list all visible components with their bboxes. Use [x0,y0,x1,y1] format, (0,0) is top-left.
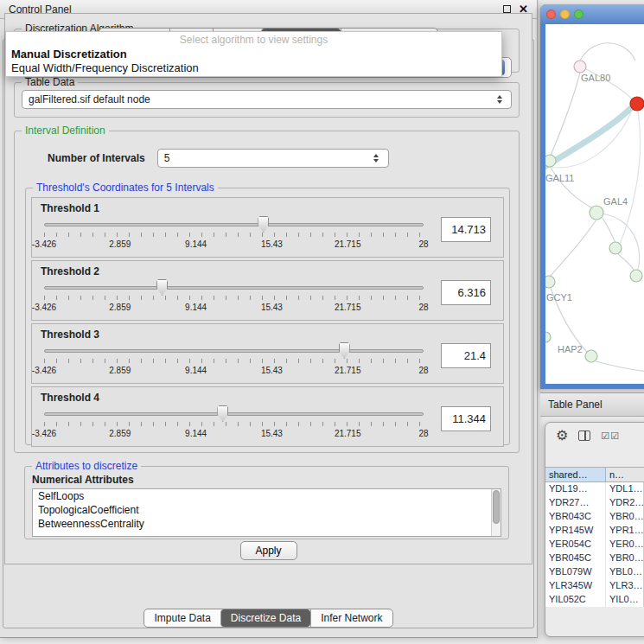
slider-thumb[interactable] [339,342,350,359]
cell: YBR045C [545,552,606,565]
slider-track[interactable] [44,286,424,290]
network-node[interactable] [630,270,642,282]
table-row[interactable]: YLR345WYLR3… [545,579,644,593]
cell: YPR1… [606,524,644,538]
network-window-titlebar[interactable] [540,4,644,24]
table-row[interactable]: YDL19…YDL1… [545,482,644,496]
thresholds-group: Threshold's Coordinates for 5 Intervals … [25,182,510,445]
table-row[interactable]: YBR043CYBR0… [545,510,644,524]
column-selector-icon[interactable] [578,430,590,441]
scale-label: 2.859 [109,429,131,438]
list-item[interactable]: BetweennessCentrality [33,517,501,531]
slider-thumb[interactable] [258,216,269,233]
network-node[interactable] [590,206,603,220]
scale-label: 15.43 [261,303,283,312]
scale-label: -3.426 [32,429,56,438]
table-data-combobox[interactable]: galFiltered.sif default node [22,90,512,109]
close-traffic-light-icon[interactable] [546,10,556,19]
table-panel-window: ⚙ ☑☑ shared… n… YDL19…YDL1… YDR27…YDR2… … [545,422,644,637]
cell: YDL1… [606,482,644,496]
slider-ticks [44,296,424,300]
list-item[interactable]: TopologicalCoefficient [33,503,501,517]
combo-value: 5 [164,152,170,164]
list-scrollbar[interactable] [491,489,501,536]
algorithm-dropdown-popup: Select algorithm to view settings Manual… [5,31,502,77]
threshold-1-value-field[interactable]: 14.713 [441,217,491,242]
list-item[interactable]: SelfLoops [33,489,501,503]
table-row[interactable]: YER054CYER0… [545,538,644,552]
restore-icon[interactable] [503,5,511,13]
slider-thumb[interactable] [217,405,228,422]
slider-scale: -3.426 2.859 9.144 15.43 21.715 28 [44,303,424,313]
scale-label: -3.426 [32,366,56,375]
table-row[interactable]: YDR27…YDR2… [545,496,644,510]
gear-icon[interactable]: ⚙ [556,429,568,443]
dropdown-option-manual-discretization[interactable]: Manual Discretization [6,48,501,61]
node-label: GAL80 [581,73,610,83]
slider-track[interactable] [44,349,424,353]
scale-label: 21.715 [335,239,361,249]
table-row[interactable]: YBL079WYBL0… [545,565,644,579]
tab-label: Discretize Data [231,612,301,624]
apply-button[interactable]: Apply [240,541,297,560]
tab-label: Impute Data [154,612,210,624]
scrollbar-thumb[interactable] [493,490,500,524]
table-row[interactable]: YPR145WYPR1… [545,524,644,538]
cell: YLR3… [606,579,644,593]
slider-track[interactable] [44,223,424,226]
cell: YDR2… [606,496,644,510]
bottom-tab-bar: Impute Data Discretize Data Infer Networ… [0,609,537,628]
table-row[interactable]: YIL052CYIL0… [545,593,644,607]
threshold-2-value-field[interactable]: 6.316 [441,280,491,305]
threshold-4-value-field[interactable]: 11.344 [441,406,491,431]
threshold-2-box: Threshold 2 -3.426 2.859 9.144 15.43 21.… [31,260,504,321]
slider-ticks [44,359,424,363]
number-of-intervals-combobox[interactable]: 5 [157,149,389,168]
threshold-label: Threshold 1 [41,202,99,214]
network-node[interactable] [545,276,555,288]
scale-label: 9.144 [185,303,207,312]
cyni-toolbox-panel: Discretization Algorithm Select algorith… [4,13,532,564]
slider-track[interactable] [44,412,424,416]
table-panel-header[interactable]: Table Panel [540,392,644,417]
table-body: YDL19…YDL1… YDR27…YDR2… YBR043CYBR0… YPR… [545,482,644,607]
combo-stepper-icon[interactable] [494,95,505,104]
number-of-intervals-row: Number of Intervals 5 [48,149,519,168]
cell: YBR0… [606,510,644,524]
network-node[interactable] [585,350,597,362]
scale-label: 2.859 [109,366,131,375]
network-graph: GAL80 GAL11 GAL4 GCY1 HAP2 [545,24,644,384]
network-node[interactable] [609,242,622,254]
checkbox-icons[interactable]: ☑☑ [601,430,620,442]
tab-infer-network[interactable]: Infer Network [310,609,392,627]
tab-discretize-data[interactable]: Discretize Data [220,609,310,627]
threshold-3-value-field[interactable]: 21.4 [441,343,491,368]
cell: YIL0… [606,593,644,607]
threshold-label: Threshold 3 [41,328,99,341]
table-row[interactable]: YBR045CYBR0… [545,552,644,565]
node-label: GAL11 [545,173,574,183]
column-header-shared[interactable]: shared… [545,468,606,481]
combo-stepper-icon[interactable] [371,154,382,163]
network-node[interactable] [574,61,586,73]
combo-value: galFiltered.sif default node [29,93,150,105]
numerical-attributes-heading: Numerical Attributes [32,474,508,486]
network-node-red[interactable] [630,97,644,111]
cell: YBR043C [545,510,606,524]
network-node[interactable] [545,332,551,342]
network-node[interactable] [545,155,556,167]
dropdown-option-equal-width-frequency[interactable]: Equal Width/Frequency Discretization [6,61,501,75]
scale-label: -3.426 [32,303,56,312]
tab-label: Infer Network [321,612,382,624]
tab-impute-data[interactable]: Impute Data [144,609,220,627]
column-header-name[interactable]: n… [606,468,644,481]
cell: YDR27… [545,496,606,510]
minimize-traffic-light-icon[interactable] [560,10,570,19]
table-toolbar: ⚙ ☑☑ [545,423,644,449]
slider-scale: -3.426 2.859 9.144 15.43 21.715 28 [44,429,424,439]
network-node-labels: GAL80 GAL11 GAL4 GCY1 HAP2 [545,73,628,354]
slider-thumb[interactable] [156,279,168,296]
zoom-traffic-light-icon[interactable] [574,10,583,19]
cell: YER054C [545,538,606,552]
network-canvas[interactable]: GAL80 GAL11 GAL4 GCY1 HAP2 [545,24,644,384]
